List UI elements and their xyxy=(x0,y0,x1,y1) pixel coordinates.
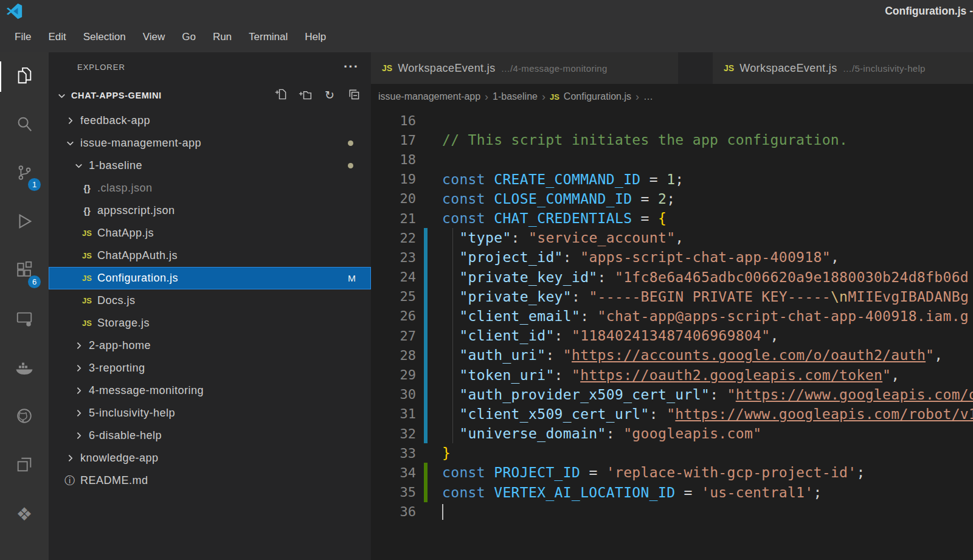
menu-run[interactable]: Run xyxy=(204,31,240,43)
code-line[interactable]: 21const CHAT_CREDENTIALS = { xyxy=(371,209,973,228)
activity-source-control[interactable]: 1 xyxy=(0,150,49,198)
gutter-modified-indicator xyxy=(424,228,428,247)
refresh-button[interactable]: ↻ xyxy=(322,88,337,103)
menu-file[interactable]: File xyxy=(6,31,40,43)
tab-title: WorkspaceEvent.js xyxy=(398,62,496,75)
code-line[interactable]: 17// This script initiates the app confi… xyxy=(371,130,973,150)
code-line[interactable]: 29 "token_uri": "https://oauth2.googleap… xyxy=(371,365,973,384)
code-text: const CHAT_CREDENTIALS = { xyxy=(442,210,667,226)
chevron-right-icon xyxy=(72,385,85,396)
tree-item-clasp-json[interactable]: {}.clasp.json xyxy=(49,177,371,199)
workspace-root[interactable]: CHAT-APPS-GEMINI ↻ xyxy=(49,81,371,109)
code-line[interactable]: 26 "client_email": "chat-app@apps-script… xyxy=(371,306,973,326)
tree-item-chatapp-js[interactable]: JSChatApp.js xyxy=(49,222,371,244)
activity-github[interactable] xyxy=(0,393,49,441)
breadcrumb-item-issue-management-app[interactable]: issue-management-app xyxy=(378,91,480,102)
activity-search[interactable] xyxy=(0,101,49,150)
code-line[interactable]: 36 xyxy=(371,502,973,522)
breadcrumb-item-more[interactable]: … xyxy=(643,91,653,102)
more-actions-icon[interactable]: ··· xyxy=(344,60,359,74)
gutter xyxy=(424,189,428,209)
chevron-right-icon xyxy=(72,363,85,373)
code-line[interactable]: 30 "auth_provider_x509_cert_url": "https… xyxy=(371,385,973,404)
breadcrumb-separator: › xyxy=(542,91,545,103)
tree-item-label: issue-management-app xyxy=(80,137,201,150)
breadcrumb-item-configuration-js[interactable]: JSConfiguration.js xyxy=(550,91,631,102)
json-icon: {} xyxy=(80,206,94,216)
code-line[interactable]: 20const CLOSE_COMMAND_ID = 2; xyxy=(371,189,973,209)
tree-item-label: 5-inclusivity-help xyxy=(89,407,175,420)
code-text: const CREATE_COMMAND_ID = 1; xyxy=(442,171,684,187)
tab-description: …/5-inclusivity-help xyxy=(843,63,926,74)
tree-item-configuration-js[interactable]: JSConfiguration.jsM xyxy=(49,267,371,289)
git-modified-dot xyxy=(348,163,353,168)
code-area[interactable]: 1617// This script initiates the app con… xyxy=(371,109,973,560)
line-number: 25 xyxy=(371,289,416,304)
tree-item-6-disable-help[interactable]: 6-disable-help xyxy=(49,424,371,447)
code-line[interactable]: 28 "auth_uri": "https://accounts.google.… xyxy=(371,345,973,365)
indent-guide xyxy=(452,385,453,404)
tree-item-readme-md[interactable]: ⓘREADME.md xyxy=(49,469,371,492)
tab-gap xyxy=(678,52,713,84)
tree-item-feedback-app[interactable]: feedback-app xyxy=(49,109,371,132)
activity-remote-explorer[interactable] xyxy=(0,296,49,344)
activity-gemini[interactable]: ❖ xyxy=(0,490,49,539)
js-icon: JS xyxy=(80,274,94,283)
indent-guide xyxy=(452,268,453,287)
tab-workspaceevent-js-2[interactable]: JSWorkspaceEvent.js…/5-inclusivity-help xyxy=(713,52,973,84)
menu-view[interactable]: View xyxy=(134,31,174,43)
activity-extensions[interactable]: 6 xyxy=(0,247,49,296)
menu-help[interactable]: Help xyxy=(296,31,334,43)
gutter xyxy=(424,209,428,228)
code-line[interactable]: 25 "private_key": "-----BEGIN PRIVATE KE… xyxy=(371,287,973,306)
code-line[interactable]: 23 "project_id": "apps-script-chat-app-4… xyxy=(371,247,973,267)
collapse-all-button[interactable] xyxy=(347,88,361,103)
gutter xyxy=(424,130,428,150)
activity-docker[interactable] xyxy=(0,344,49,393)
tree-item-2-app-home[interactable]: 2-app-home xyxy=(49,334,371,357)
code-line[interactable]: 24 "private_key_id": "1fc8e6a465adbc0066… xyxy=(371,268,973,287)
new-folder-button[interactable] xyxy=(298,88,313,103)
menu-go[interactable]: Go xyxy=(173,31,204,43)
code-line[interactable]: 32 "universe_domain": "googleapis.com" xyxy=(371,424,973,443)
activity-run-debug[interactable] xyxy=(0,198,49,247)
activity-references[interactable] xyxy=(0,441,49,490)
tree-item-storage-js[interactable]: JSStorage.js xyxy=(49,312,371,334)
code-text: "client_id": "118402413487406969804", xyxy=(442,328,779,344)
tree-item-label: ChatAppAuth.js xyxy=(97,249,178,262)
tree-item-3-reporting[interactable]: 3-reporting xyxy=(49,357,371,379)
code-line[interactable]: 18 xyxy=(371,150,973,169)
json-icon: {} xyxy=(80,183,94,193)
indent-guide xyxy=(452,345,453,365)
chevron-right-icon xyxy=(63,453,77,463)
code-line[interactable]: 16 xyxy=(371,111,973,130)
code-line[interactable]: 22 "type": "service_account", xyxy=(371,228,973,247)
tree-item-knowledge-app[interactable]: knowledge-app xyxy=(49,447,371,469)
code-line[interactable]: 19const CREATE_COMMAND_ID = 1; xyxy=(371,170,973,189)
code-line[interactable]: 31 "client_x509_cert_url": "https://www.… xyxy=(371,404,973,424)
code-line[interactable]: 27 "client_id": "118402413487406969804", xyxy=(371,326,973,345)
code-line[interactable]: 33} xyxy=(371,443,973,463)
tree-item-issue-management-app[interactable]: issue-management-app xyxy=(49,132,371,154)
code-line[interactable]: 34const PROJECT_ID = 'replace-with-gcp-p… xyxy=(371,463,973,482)
new-file-button[interactable] xyxy=(274,88,288,103)
line-number: 16 xyxy=(371,113,416,128)
tree-item-1-baseline[interactable]: 1-baseline xyxy=(49,154,371,177)
gutter-modified-indicator xyxy=(424,247,428,267)
menu-terminal[interactable]: Terminal xyxy=(240,31,296,43)
code-line[interactable]: 35const VERTEX_AI_LOCATION_ID = 'us-cent… xyxy=(371,483,973,502)
tree-item-docs-js[interactable]: JSDocs.js xyxy=(49,289,371,312)
tree-item-appsscript-json[interactable]: {}appsscript.json xyxy=(49,199,371,222)
tab-workspaceevent-js-1[interactable]: JSWorkspaceEvent.js…/4-message-monitorin… xyxy=(371,52,678,84)
tree-item-chatappauth-js[interactable]: JSChatAppAuth.js xyxy=(49,244,371,267)
line-number: 31 xyxy=(371,406,416,421)
code-text: const PROJECT_ID = 'replace-with-gcp-pro… xyxy=(442,465,865,480)
menu-edit[interactable]: Edit xyxy=(40,31,74,43)
tree-item-5-inclusivity-help[interactable]: 5-inclusivity-help xyxy=(49,402,371,424)
breadcrumb-item-1-baseline[interactable]: 1-baseline xyxy=(493,91,538,102)
activity-explorer[interactable] xyxy=(0,52,49,101)
menu-selection[interactable]: Selection xyxy=(75,31,134,43)
gutter-modified-indicator xyxy=(424,306,428,326)
tree-item-4-message-monitoring[interactable]: 4-message-monitoring xyxy=(49,379,371,402)
js-icon: JS xyxy=(724,63,734,73)
